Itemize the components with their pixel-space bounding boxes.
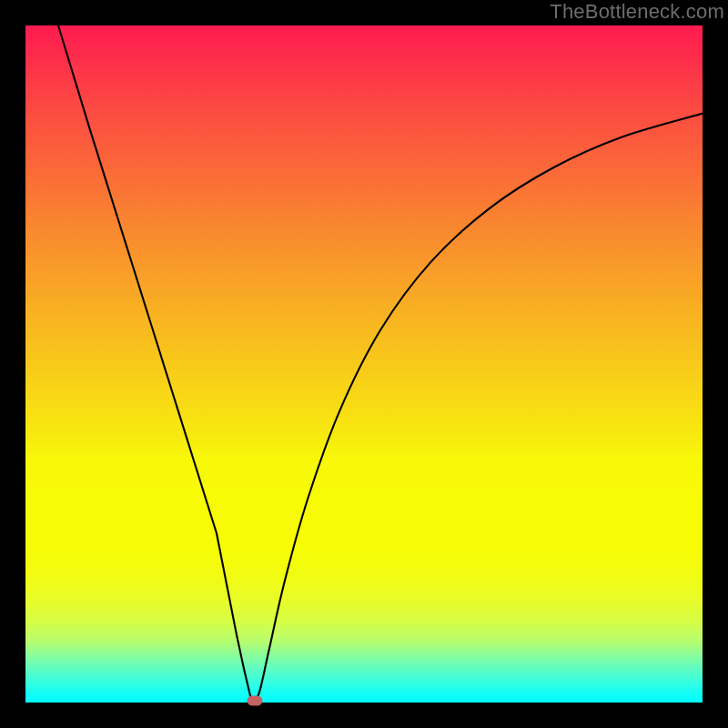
bottleneck-curve xyxy=(58,25,703,703)
plot-frame xyxy=(25,25,703,703)
watermark-text: TheBottleneck.com xyxy=(550,0,724,24)
bottleneck-curve-svg xyxy=(25,25,703,703)
minimum-marker xyxy=(248,695,263,705)
